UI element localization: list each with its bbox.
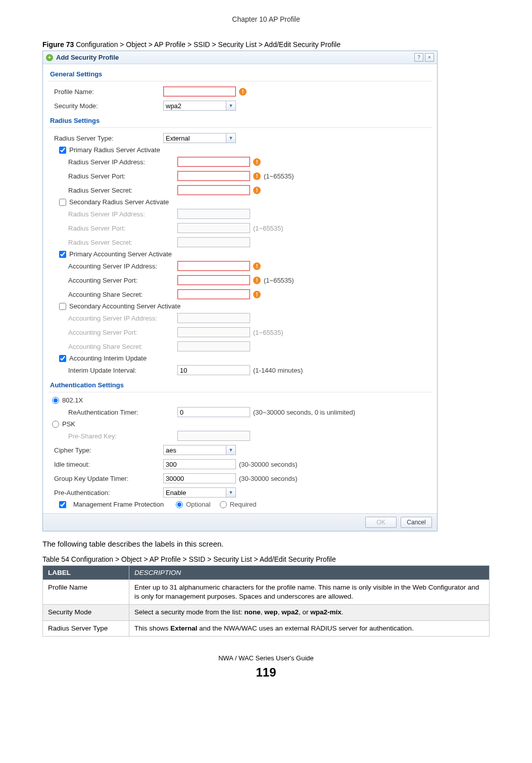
hint-port-range-3: (1~65535) bbox=[264, 277, 294, 284]
label-radius-type: Radius Server Type: bbox=[48, 134, 163, 142]
add-icon: + bbox=[46, 54, 53, 61]
acct-port-input-2 bbox=[177, 327, 250, 337]
radius-secret-input-2 bbox=[177, 237, 250, 247]
interim-interval-input[interactable] bbox=[177, 365, 250, 375]
radius-ip-input[interactable] bbox=[177, 157, 250, 167]
label-acct-interim: Accounting Interim Update bbox=[69, 354, 147, 362]
th-description: DESCRIPTION bbox=[129, 566, 490, 580]
acct-secret-input[interactable] bbox=[177, 289, 250, 299]
figure-num: Figure 73 bbox=[42, 40, 74, 49]
mfp-required-radio[interactable] bbox=[220, 501, 227, 508]
warn-icon: ! bbox=[253, 172, 261, 180]
cell-label: Security Mode bbox=[43, 605, 129, 620]
mfp-checkbox[interactable] bbox=[59, 501, 66, 508]
acct-interim-checkbox[interactable] bbox=[59, 355, 66, 362]
hint-reauth: (30~30000 seconds, 0 is unlimited) bbox=[253, 409, 355, 416]
acct-port-input[interactable] bbox=[177, 275, 250, 285]
cipher-value[interactable] bbox=[163, 445, 226, 455]
label-interim-interval: Interim Update Interval: bbox=[48, 367, 177, 374]
hint-gkey: (30-30000 seconds) bbox=[239, 475, 298, 482]
idle-input[interactable] bbox=[163, 459, 236, 469]
acct-ip-input-2 bbox=[177, 313, 250, 323]
cell-desc: This shows External and the NWA/WAC uses… bbox=[129, 620, 490, 636]
radius-port-input-2 bbox=[177, 223, 250, 233]
label-acct-ip: Accounting Server IP Address: bbox=[48, 262, 177, 270]
chevron-down-icon[interactable]: ▼ bbox=[226, 133, 236, 143]
table-row: Security Mode Select a security mode fro… bbox=[43, 605, 490, 620]
auth-8021x-radio[interactable] bbox=[52, 397, 59, 404]
radius-secret-input[interactable] bbox=[177, 185, 250, 195]
chapter-header: Chapter 10 AP Profile bbox=[42, 15, 490, 23]
close-button[interactable]: × bbox=[425, 53, 434, 62]
label-radius-ip-2: Radius Server IP Address: bbox=[48, 210, 177, 218]
hint-interim: (1-1440 minutes) bbox=[253, 367, 303, 374]
mfp-optional-radio[interactable] bbox=[176, 501, 183, 508]
label-gkey: Group Key Update Timer: bbox=[48, 475, 163, 482]
radius-ip-input-2 bbox=[177, 209, 250, 219]
section-radius: Radius Settings bbox=[50, 117, 432, 124]
primary-radius-activate-checkbox[interactable] bbox=[59, 147, 66, 154]
label-acct-secret: Accounting Share Secret: bbox=[48, 291, 177, 298]
radius-type-select[interactable]: ▼ bbox=[163, 133, 236, 143]
profile-name-input[interactable] bbox=[163, 86, 236, 97]
table-row: Radius Server Type This shows External a… bbox=[43, 620, 490, 636]
label-radius-ip: Radius Server IP Address: bbox=[48, 158, 177, 166]
chevron-down-icon[interactable]: ▼ bbox=[226, 445, 236, 455]
acct-ip-input[interactable] bbox=[177, 261, 250, 271]
secondary-radius-activate-checkbox[interactable] bbox=[59, 199, 66, 206]
cancel-button[interactable]: Cancel bbox=[401, 517, 432, 528]
mfp-optional-option[interactable]: Optional bbox=[176, 501, 210, 508]
warn-icon: ! bbox=[253, 291, 261, 298]
label-psk-key: Pre-Shared Key: bbox=[48, 432, 177, 440]
label-radius-secret: Radius Server Secret: bbox=[48, 187, 177, 194]
label-psk: PSK bbox=[62, 420, 75, 428]
dialog-title: Add Security Profile bbox=[56, 54, 413, 61]
cell-label: Profile Name bbox=[43, 580, 129, 605]
mfp-required-option[interactable]: Required bbox=[220, 501, 257, 508]
primary-acct-activate-checkbox[interactable] bbox=[59, 251, 66, 258]
help-button[interactable]: ? bbox=[414, 53, 423, 62]
cell-desc: Select a security mode from the list: no… bbox=[129, 605, 490, 620]
reauth-input[interactable] bbox=[177, 407, 250, 417]
label-profile-name: Profile Name: bbox=[48, 88, 163, 96]
label-radius-port-2: Radius Server Port: bbox=[48, 225, 177, 232]
label-security-mode: Security Mode: bbox=[48, 102, 163, 110]
gkey-input[interactable] bbox=[163, 473, 236, 483]
th-label: LABEL bbox=[43, 566, 129, 580]
figure-text: Configuration > Object > AP Profile > SS… bbox=[74, 40, 341, 49]
label-acct-secret-2: Accounting Share Secret: bbox=[48, 343, 177, 350]
radius-type-value[interactable] bbox=[163, 133, 226, 143]
radius-port-input[interactable] bbox=[177, 171, 250, 181]
label-cipher: Cipher Type: bbox=[48, 446, 163, 454]
hint-port-range-4: (1~65535) bbox=[253, 329, 283, 336]
preauth-value[interactable] bbox=[163, 487, 226, 498]
warn-icon: ! bbox=[239, 88, 247, 96]
chevron-down-icon[interactable]: ▼ bbox=[226, 487, 236, 498]
security-mode-select[interactable]: ▼ bbox=[163, 101, 236, 111]
label-acct-port: Accounting Server Port: bbox=[48, 277, 177, 284]
label-idle: Idle timeout: bbox=[48, 461, 163, 468]
auth-psk-radio[interactable] bbox=[52, 421, 59, 428]
table-header-row: LABEL DESCRIPTION bbox=[43, 566, 490, 580]
page-footer: NWA / WAC Series User's Guide 119 bbox=[42, 654, 490, 694]
dialog-button-bar: OK Cancel bbox=[43, 513, 437, 531]
add-security-profile-dialog: + Add Security Profile ? × General Setti… bbox=[42, 51, 438, 531]
label-primary-acct-activate: Primary Accounting Server Activate bbox=[69, 250, 172, 258]
cell-label: Radius Server Type bbox=[43, 620, 129, 636]
cipher-select[interactable]: ▼ bbox=[163, 445, 236, 455]
label-primary-radius-activate: Primary Radius Server Activate bbox=[69, 146, 160, 154]
chevron-down-icon[interactable]: ▼ bbox=[226, 101, 236, 111]
ok-button[interactable]: OK bbox=[365, 517, 397, 528]
warn-icon: ! bbox=[253, 187, 261, 194]
label-8021x: 802.1X bbox=[62, 396, 83, 404]
preauth-select[interactable]: ▼ bbox=[163, 487, 236, 498]
security-mode-value[interactable] bbox=[163, 101, 226, 111]
section-general: General Settings bbox=[50, 70, 432, 78]
description-table: LABEL DESCRIPTION Profile Name Enter up … bbox=[42, 565, 490, 637]
label-secondary-acct-activate: Secondary Accounting Server Activate bbox=[69, 302, 180, 310]
secondary-acct-activate-checkbox[interactable] bbox=[59, 303, 66, 310]
label-reauth: ReAuthentication Timer: bbox=[48, 409, 177, 416]
label-radius-port: Radius Server Port: bbox=[48, 172, 177, 180]
label-secondary-radius-activate: Secondary Radius Server Activate bbox=[69, 198, 169, 206]
section-auth: Authentication Settings bbox=[50, 381, 432, 389]
